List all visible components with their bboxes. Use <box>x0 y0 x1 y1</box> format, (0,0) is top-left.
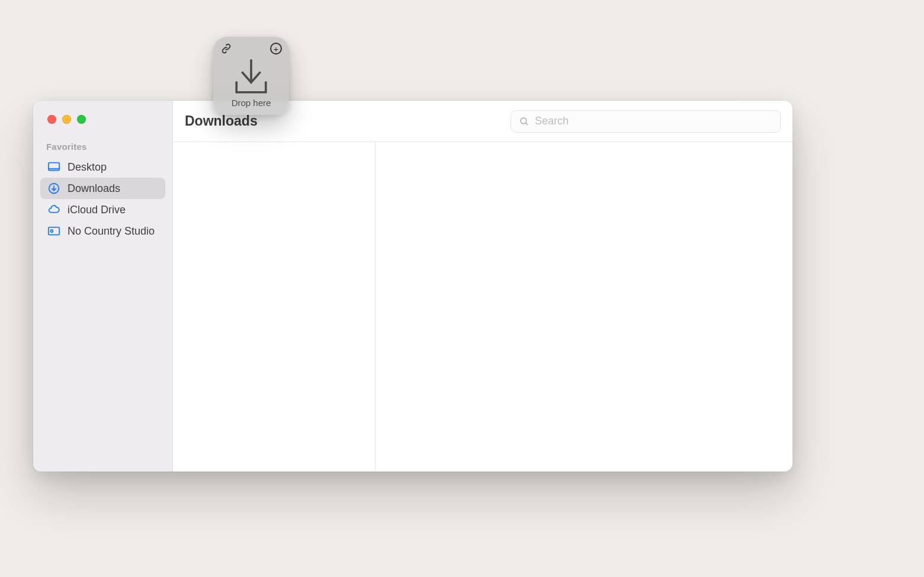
svg-point-5 <box>50 230 53 232</box>
svg-line-7 <box>525 123 528 125</box>
search-input[interactable] <box>511 110 781 133</box>
search-icon <box>519 116 530 127</box>
main-pane: Downloads <box>173 101 793 472</box>
link-icon[interactable] <box>220 43 232 57</box>
sidebar-item-label: iCloud Drive <box>68 204 126 216</box>
sidebar-items: Desktop Downloads iClo <box>33 156 172 242</box>
sidebar: Favorites Desktop <box>33 101 173 472</box>
plus-icon[interactable]: + <box>270 43 282 55</box>
minimize-window-button[interactable] <box>62 115 71 124</box>
content-columns <box>173 142 793 472</box>
sidebar-item-label: No Country Studio <box>68 225 155 238</box>
zoom-window-button[interactable] <box>77 115 86 124</box>
sidebar-item-label: Downloads <box>68 182 120 195</box>
sidebar-item-label: Desktop <box>68 161 107 174</box>
finder-window: Favorites Desktop <box>33 101 793 472</box>
dropzone-label: Drop here <box>232 98 271 115</box>
search-field[interactable] <box>511 110 781 133</box>
window-controls <box>33 115 172 124</box>
dropzone-toolbar: + <box>213 37 289 57</box>
dropzone-widget[interactable]: + Drop here <box>213 37 289 115</box>
column-1[interactable] <box>173 142 376 472</box>
sidebar-section-title: Favorites <box>33 142 172 156</box>
svg-point-6 <box>521 118 527 124</box>
page-title: Downloads <box>185 113 258 129</box>
sidebar-item-downloads[interactable]: Downloads <box>40 178 165 199</box>
folder-icon <box>47 225 60 238</box>
sidebar-item-icloud-drive[interactable]: iCloud Drive <box>40 199 165 220</box>
download-arrow-icon <box>213 57 289 98</box>
downloads-icon <box>47 182 60 195</box>
desktop-icon <box>47 161 60 174</box>
cloud-icon <box>47 203 60 216</box>
sidebar-item-desktop[interactable]: Desktop <box>40 156 165 178</box>
close-window-button[interactable] <box>47 115 56 124</box>
sidebar-item-no-country-studio[interactable]: No Country Studio <box>40 220 165 242</box>
column-2[interactable] <box>376 142 793 472</box>
